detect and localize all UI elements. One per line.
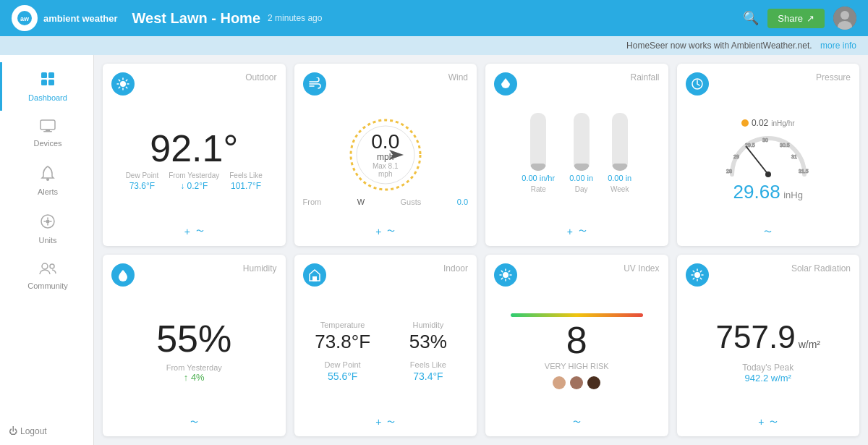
outdoor-trend-icon: 〜 <box>196 226 204 237</box>
sidebar-label-alerts: Alerts <box>38 187 58 196</box>
sidebar-item-community[interactable]: Community <box>0 253 93 299</box>
rainfall-week-bar: 0.00 in Week <box>608 113 631 193</box>
rain-week-label: Week <box>610 185 629 193</box>
devices-icon <box>40 119 56 136</box>
pressure-rate-unit: inHg/hr <box>771 119 794 127</box>
pressure-value-display: 29.68 inHg <box>733 181 803 203</box>
svg-point-16 <box>50 264 54 268</box>
pressure-unit: inHg <box>783 190 803 200</box>
svg-rect-6 <box>48 72 54 78</box>
outdoor-add-icon[interactable]: + <box>184 226 190 237</box>
rainfall-add-icon[interactable]: + <box>567 226 573 237</box>
sidebar-item-alerts[interactable]: Alerts <box>0 156 93 205</box>
pressure-body: 0.02 inHg/hr 28 29 29.5 <box>686 98 851 224</box>
pressure-icon <box>686 72 709 96</box>
sidebar-item-devices[interactable]: Devices <box>0 111 93 156</box>
pressure-trend-icon: 〜 <box>764 226 772 237</box>
sidebar-item-units[interactable]: Units <box>0 205 93 253</box>
wind-center-display: 0.0 mph Max 8.1 mph <box>365 132 405 178</box>
wind-from-value: W <box>357 198 365 206</box>
wind-title: Wind <box>448 72 468 82</box>
share-label: Share <box>778 13 803 24</box>
svg-point-32 <box>503 272 509 278</box>
humidity-from-label: From Yesterday <box>166 363 222 372</box>
wind-add-icon[interactable]: + <box>375 226 381 237</box>
sidebar-label-community: Community <box>27 281 68 290</box>
rain-bar-fill-rate <box>530 164 546 171</box>
sidebar-item-dashboard[interactable]: Dashboard <box>0 62 93 111</box>
rain-rate-label: Rate <box>531 185 546 193</box>
humidity-card: Humidity 55% From Yesterday ↑ 4% 〜 <box>103 255 286 437</box>
outdoor-title: Outdoor <box>245 72 276 82</box>
indoor-dewpoint-col: Dew Point 55.6°F <box>303 360 383 382</box>
svg-rect-11 <box>43 131 52 132</box>
svg-text:31.5: 31.5 <box>799 169 809 174</box>
wind-dial: 0.0 mph Max 8.1 mph <box>346 115 425 195</box>
community-icon <box>39 262 56 279</box>
indoor-icon <box>303 263 326 287</box>
outdoor-icon <box>111 72 135 96</box>
indoor-temp-value: 73.8°F <box>315 331 370 353</box>
search-button[interactable]: 🔍 <box>743 10 759 26</box>
solar-unit: w/m² <box>799 339 820 350</box>
sidebar: Dashboard Devices Alerts <box>0 55 94 445</box>
rain-day-value: 0.00 in <box>569 174 593 182</box>
info-link[interactable]: more info <box>820 41 856 51</box>
outdoor-sub-values: Dew Point 73.6°F From Yesterday ↓ 0.2°F … <box>126 171 263 191</box>
rain-rate-value: 0.00 in/hr <box>522 174 555 182</box>
skin-tone-1 <box>553 376 566 389</box>
indoor-feels-label: Feels Like <box>410 360 446 369</box>
solar-trend-icon: 〜 <box>770 417 778 428</box>
rain-bar-day <box>574 113 590 171</box>
wind-card-header: Wind <box>303 72 469 96</box>
pressure-dot <box>741 119 749 127</box>
svg-rect-31 <box>312 276 317 281</box>
indoor-sub-values: Dew Point 55.6°F Feels Like 73.4°F <box>303 360 469 382</box>
indoor-dew-value: 55.6°F <box>328 370 357 382</box>
rainfall-card: Rainfall 0.00 in/hr Rate <box>485 64 668 246</box>
time-ago: 2 minutes ago <box>268 13 322 23</box>
indoor-title: Indoor <box>443 263 468 274</box>
content-area: Outdoor 92.1° Dew Point 73.6°F From Yest… <box>94 55 868 445</box>
indoor-add-icon[interactable]: + <box>375 416 381 428</box>
share-button[interactable]: Share ↗ <box>767 9 825 28</box>
wind-trend-icon: 〜 <box>387 226 395 237</box>
rain-bar-week <box>612 113 628 171</box>
avatar[interactable] <box>833 7 856 30</box>
svg-text:30: 30 <box>762 137 768 143</box>
header-right: 🔍 Share ↗ <box>743 7 856 30</box>
humidity-body: 55% From Yesterday ↑ 4% <box>111 289 277 415</box>
wind-from-label: From <box>303 198 322 206</box>
outdoor-footer: + 〜 <box>111 226 277 237</box>
solar-card: Solar Radiation 757.9 w/m² Today's Peak … <box>677 255 860 437</box>
rainfall-footer: + 〜 <box>494 226 660 237</box>
svg-point-14 <box>46 220 50 224</box>
pressure-footer: 〜 <box>686 226 851 237</box>
solar-icon <box>686 263 709 287</box>
from-yesterday-label: From Yesterday <box>169 171 219 179</box>
solar-add-icon[interactable]: + <box>758 416 764 428</box>
dashboard-icon <box>40 71 56 90</box>
pressure-value: 29.68 <box>733 181 780 203</box>
outdoor-card-header: Outdoor <box>111 72 277 96</box>
svg-rect-7 <box>41 80 47 85</box>
logout-button[interactable]: ⏻ Logout <box>9 426 47 436</box>
wind-max: Max 8.1 mph <box>365 162 405 178</box>
rainfall-day-bar: 0.00 in Day <box>569 113 593 193</box>
uv-body: 8 VERY HIGH RISK <box>494 289 660 415</box>
logo-area: aw ambient weather <box>12 5 118 31</box>
rainfall-bars: 0.00 in/hr Rate 0.00 in Day <box>522 128 631 193</box>
solar-reading: 757.9 w/m² <box>716 319 820 355</box>
indoor-temp-col: Temperature 73.8°F <box>303 321 383 353</box>
outdoor-card: Outdoor 92.1° Dew Point 73.6°F From Yest… <box>103 64 286 246</box>
uv-bar <box>511 313 643 317</box>
svg-point-12 <box>46 178 49 181</box>
svg-text:31: 31 <box>791 154 797 159</box>
svg-rect-5 <box>41 72 47 78</box>
humidity-icon <box>111 263 135 287</box>
uv-card-header: UV Index <box>494 263 660 287</box>
indoor-feels-value: 73.4°F <box>413 370 443 382</box>
outdoor-temperature: 92.1° <box>150 130 238 167</box>
solar-body: 757.9 w/m² Today's Peak 942.2 w/m² <box>686 289 851 414</box>
humidity-card-header: Humidity <box>111 263 277 287</box>
